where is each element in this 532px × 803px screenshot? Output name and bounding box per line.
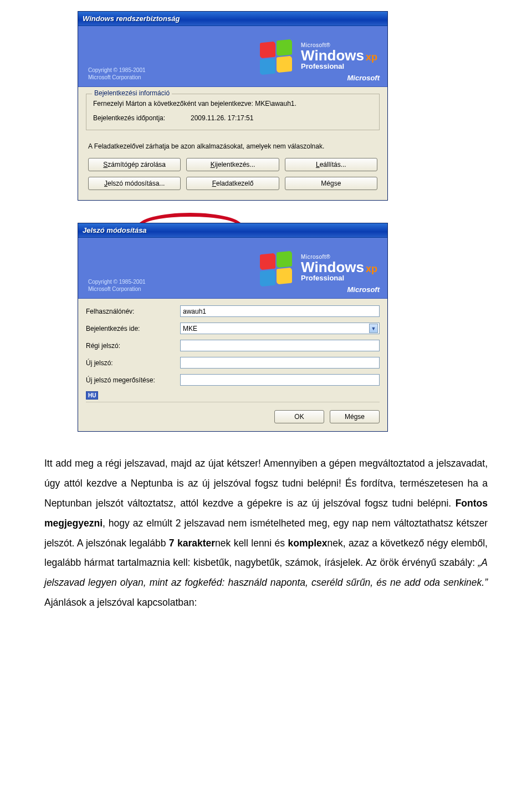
- body-bold2: 7 karakter: [169, 538, 215, 549]
- lock-computer-button[interactable]: Számítógép zárolása: [88, 158, 181, 171]
- logout-button[interactable]: Kijelentkezés...: [186, 158, 279, 171]
- confirm-password-input[interactable]: [180, 374, 380, 386]
- professional-word: Professional: [301, 63, 377, 70]
- change-password-dialog: Jelszó módosítása Copyright © 1985-2001 …: [78, 223, 388, 432]
- brand-strip-2: Copyright © 1985-2001 Microsoft Corporat…: [78, 238, 387, 299]
- cancel-button-2[interactable]: Mégse: [330, 410, 380, 423]
- confirm-password-label: Új jelszó megerősítése:: [86, 376, 180, 384]
- change-password-dialog-title: Jelszó módosítása: [78, 223, 387, 238]
- windows-flag-icon: [260, 252, 293, 285]
- login-time-value: 2009.11.26. 17:17:51: [191, 114, 253, 122]
- xp-badge-2: xp: [366, 264, 377, 274]
- copyright-line2: Microsoft Corporation: [88, 74, 146, 81]
- change-password-button[interactable]: Jelszó módosítása...: [88, 177, 181, 190]
- microsoft-corner-2: Microsoft: [347, 285, 380, 294]
- shutdown-button[interactable]: Leállítás...: [285, 158, 377, 171]
- old-password-input[interactable]: [180, 340, 380, 351]
- logged-in-as: Fernezelyi Márton a következőként van be…: [93, 100, 372, 108]
- copyright-line1-2: Copyright © 1985-2001: [88, 278, 146, 285]
- username-input[interactable]: [180, 305, 380, 317]
- cancel-button[interactable]: Mégse: [285, 177, 377, 190]
- body-p1c: nek kell lenni és: [215, 538, 288, 549]
- windows-logo-2: Microsoft® Windows xp Professional: [260, 252, 377, 285]
- ok-button[interactable]: OK: [274, 410, 324, 423]
- windows-word-2: Windows: [301, 260, 364, 274]
- taskmgr-explain: A Feladatkezelővel zárhatja be azon alka…: [86, 135, 380, 155]
- groupbox-legend: Bejelentkezési információ: [92, 89, 172, 97]
- brand-strip: Copyright © 1985-2001 Microsoft Corporat…: [78, 26, 387, 87]
- professional-word-2: Professional: [301, 274, 377, 282]
- body-bold3: komplex: [288, 538, 327, 549]
- login-info-groupbox: Bejelentkezési információ Fernezelyi Már…: [86, 94, 380, 130]
- new-password-input[interactable]: [180, 357, 380, 369]
- username-label: Felhasználónév:: [86, 308, 180, 315]
- copyright-line2-2: Microsoft Corporation: [88, 285, 146, 293]
- microsoft-corner: Microsoft: [347, 74, 380, 82]
- new-password-label: Új jelszó:: [86, 359, 180, 367]
- body-p1e: Ajánlások a jelszóval kapcsolatban:: [44, 597, 197, 608]
- windows-flag-icon: [260, 40, 293, 73]
- domain-select[interactable]: MKE ▼: [180, 323, 380, 334]
- security-dialog-title: Windows rendszerbiztonság: [78, 12, 387, 26]
- instruction-paragraph: Itt add meg a régi jelszavad, majd az új…: [0, 454, 532, 613]
- copyright-line1: Copyright © 1985-2001: [88, 67, 146, 74]
- windows-logo: Microsoft® Windows xp Professional: [260, 40, 377, 73]
- xp-badge: xp: [366, 52, 377, 62]
- login-time-label: Bejelentkezés időpontja:: [93, 114, 182, 122]
- body-p1a: Itt add meg a régi jelszavad, majd az új…: [44, 458, 488, 509]
- windows-word: Windows: [301, 48, 364, 63]
- language-indicator: HU: [86, 391, 98, 400]
- old-password-label: Régi jelszó:: [86, 342, 180, 350]
- chevron-down-icon: ▼: [369, 324, 378, 333]
- security-dialog: Windows rendszerbiztonság Copyright © 19…: [78, 11, 388, 201]
- domain-label: Bejelentkezés ide:: [86, 325, 180, 333]
- domain-value: MKE: [183, 325, 197, 333]
- task-manager-button[interactable]: Feladatkezelő: [186, 177, 279, 190]
